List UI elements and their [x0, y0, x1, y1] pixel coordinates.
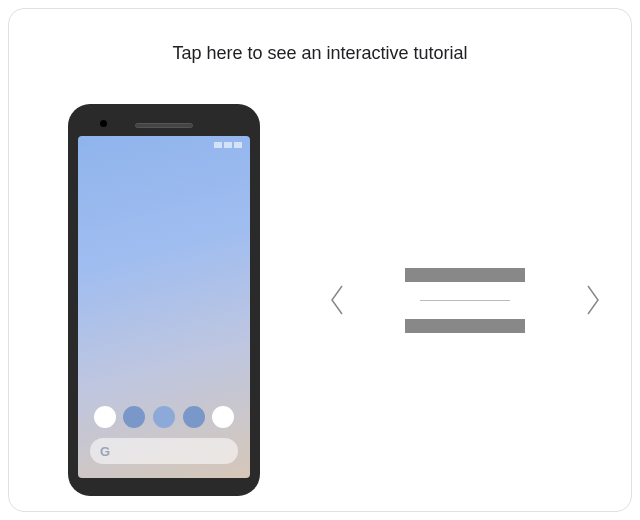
prev-arrow-button[interactable] — [319, 270, 355, 330]
chevron-right-icon — [583, 282, 603, 318]
app-icon — [153, 406, 175, 428]
chevron-left-icon — [327, 282, 347, 318]
placeholder-bar — [405, 268, 525, 282]
text-placeholder — [405, 268, 525, 333]
carousel-area — [319, 268, 631, 333]
status-bar — [214, 142, 242, 148]
phone-frame: G — [68, 104, 260, 496]
speaker-icon — [135, 123, 193, 128]
tutorial-heading: Tap here to see an interactive tutorial — [9, 9, 631, 64]
phone-screen: G — [78, 136, 250, 478]
camera-icon — [100, 120, 107, 127]
phone-top — [78, 114, 250, 136]
google-logo-icon: G — [100, 444, 110, 459]
app-icon — [212, 406, 234, 428]
app-icon — [183, 406, 205, 428]
tutorial-card[interactable]: Tap here to see an interactive tutorial — [8, 8, 632, 512]
search-pill: G — [90, 438, 238, 464]
placeholder-bar — [405, 319, 525, 333]
app-icon — [94, 406, 116, 428]
content-row: G — [9, 119, 631, 481]
phone-area: G — [9, 104, 319, 496]
app-icon — [123, 406, 145, 428]
placeholder-bar — [420, 300, 510, 301]
app-dock — [78, 406, 250, 428]
next-arrow-button[interactable] — [575, 270, 611, 330]
